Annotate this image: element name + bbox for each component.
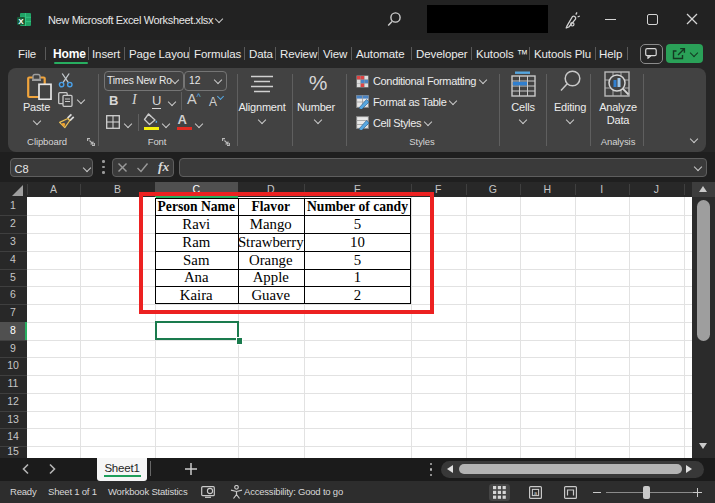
svg-text:X: X [18,17,24,26]
svg-text:a: a [534,490,538,496]
